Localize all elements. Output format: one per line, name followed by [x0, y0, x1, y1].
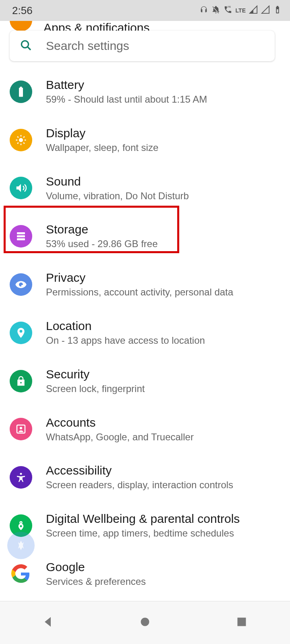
- accounts-icon: [10, 418, 32, 440]
- battery-sub: 59% - Should last until about 1:15 AM: [46, 94, 207, 105]
- svg-point-23: [141, 618, 149, 626]
- floating-assist-bubble[interactable]: [7, 532, 35, 559]
- sound-title: Sound: [46, 175, 189, 188]
- svg-text:LTE: LTE: [227, 5, 231, 8]
- apps-title: Apps & notifications: [44, 21, 149, 31]
- signal-icon-2: [261, 4, 270, 17]
- accessibility-icon: [10, 466, 32, 489]
- signal-icon-1: [249, 4, 258, 17]
- volte-call-icon: LTE: [224, 4, 232, 17]
- google-icon: [10, 563, 32, 585]
- settings-list: Battery 59% - Should last until about 1:…: [0, 68, 290, 601]
- row-performance[interactable]: Performance optimization: [0, 598, 290, 601]
- dnd-off-icon: [211, 4, 220, 17]
- battery-icon: [10, 80, 32, 103]
- search-placeholder: Search settings: [46, 39, 129, 53]
- accessibility-title: Accessibility: [46, 464, 233, 477]
- svg-point-20: [20, 473, 22, 475]
- svg-line-9: [23, 142, 25, 144]
- location-icon: [10, 322, 32, 344]
- display-title: Display: [46, 126, 158, 140]
- row-location[interactable]: Location On - 13 apps have access to loc…: [0, 309, 290, 357]
- privacy-sub: Permissions, account activity, personal …: [46, 287, 233, 298]
- battery-status-icon: [273, 4, 282, 17]
- wellbeing-title: Digital Wellbeing & parental controls: [46, 512, 240, 525]
- apps-row-partial[interactable]: Apps & notifications: [0, 21, 290, 31]
- nav-recent[interactable]: [234, 615, 249, 631]
- svg-line-2: [27, 47, 31, 50]
- storage-icon: [10, 225, 32, 248]
- display-icon: [10, 129, 32, 151]
- svg-rect-12: [17, 232, 25, 234]
- storage-sub: 53% used - 29.86 GB free: [46, 238, 158, 250]
- lte-label: LTE: [236, 7, 246, 14]
- status-bar: 2:56 LTE LTE: [0, 0, 290, 21]
- location-sub: On - 13 apps have access to location: [46, 335, 205, 347]
- status-icons: LTE LTE: [199, 4, 282, 17]
- security-title: Security: [46, 367, 145, 381]
- row-security[interactable]: Security Screen lock, fingerprint: [0, 357, 290, 405]
- svg-rect-14: [17, 238, 25, 240]
- svg-point-1: [21, 41, 28, 47]
- svg-rect-13: [17, 235, 25, 237]
- accounts-title: Accounts: [46, 416, 194, 429]
- svg-line-10: [17, 142, 19, 144]
- row-accounts[interactable]: Accounts WhatsApp, Google, and Truecalle…: [0, 405, 290, 454]
- svg-point-19: [20, 427, 22, 429]
- row-display[interactable]: Display Wallpaper, sleep, font size: [0, 116, 290, 164]
- headphones-icon: [199, 4, 208, 17]
- status-time: 2:56: [12, 4, 33, 17]
- storage-title: Storage: [46, 223, 158, 236]
- settings-content: Apps & notifications Search settings Bat…: [0, 21, 290, 601]
- privacy-title: Privacy: [46, 271, 233, 284]
- row-accessibility[interactable]: Accessibility Screen readers, display, i…: [0, 453, 290, 502]
- google-title: Google: [46, 560, 146, 574]
- accessibility-sub: Screen readers, display, interaction con…: [46, 479, 233, 491]
- row-sound[interactable]: Sound Volume, vibration, Do Not Disturb: [0, 164, 290, 213]
- svg-point-3: [19, 138, 23, 142]
- search-settings[interactable]: Search settings: [10, 31, 275, 61]
- svg-line-11: [23, 136, 25, 138]
- svg-rect-24: [238, 618, 246, 626]
- row-wellbeing[interactable]: Digital Wellbeing & parental controls Sc…: [0, 502, 290, 550]
- security-sub: Screen lock, fingerprint: [46, 383, 145, 395]
- sound-sub: Volume, vibration, Do Not Disturb: [46, 190, 189, 202]
- sound-icon: [10, 177, 32, 199]
- row-storage[interactable]: Storage 53% used - 29.86 GB free: [0, 212, 290, 260]
- svg-point-21: [20, 522, 22, 524]
- svg-point-15: [21, 285, 24, 287]
- nav-bar: [0, 601, 290, 644]
- nav-home[interactable]: [138, 615, 152, 631]
- search-icon: [19, 39, 32, 53]
- wellbeing-sub: Screen time, app timers, bedtime schedul…: [46, 528, 240, 539]
- battery-title: Battery: [46, 78, 207, 91]
- accounts-sub: WhatsApp, Google, and Truecaller: [46, 431, 194, 443]
- location-title: Location: [46, 319, 205, 332]
- svg-line-8: [17, 136, 19, 138]
- google-sub: Services & preferences: [46, 576, 146, 588]
- apps-icon: [10, 21, 32, 31]
- row-google[interactable]: Google Services & preferences: [0, 550, 290, 598]
- security-icon: [10, 370, 32, 392]
- row-battery[interactable]: Battery 59% - Should last until about 1:…: [0, 68, 290, 116]
- row-privacy[interactable]: Privacy Permissions, account activity, p…: [0, 260, 290, 309]
- display-sub: Wallpaper, sleep, font size: [46, 142, 158, 154]
- svg-point-17: [20, 382, 22, 384]
- privacy-icon: [10, 273, 32, 296]
- nav-back[interactable]: [41, 615, 56, 631]
